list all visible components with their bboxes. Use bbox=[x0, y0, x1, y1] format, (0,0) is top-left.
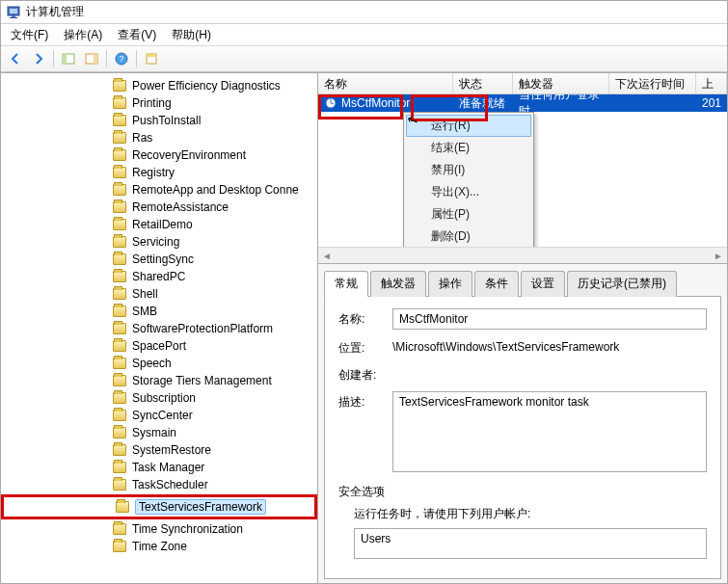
toolbar: ? bbox=[1, 45, 727, 72]
tree-item[interactable]: SettingSync bbox=[1, 251, 317, 268]
folder-icon bbox=[113, 219, 126, 230]
tree-item[interactable]: Servicing bbox=[1, 233, 317, 251]
col-next-run[interactable]: 下次运行时间 bbox=[609, 73, 696, 93]
tab-conditions[interactable]: 条件 bbox=[474, 271, 519, 297]
task-status: 准备就绪 bbox=[453, 95, 513, 112]
menu-help[interactable]: 帮助(H) bbox=[164, 25, 219, 45]
folder-icon bbox=[113, 479, 126, 491]
col-status[interactable]: 状态 bbox=[453, 73, 513, 93]
tree-item-label: Task Manager bbox=[132, 461, 204, 474]
menu-file[interactable]: 文件(F) bbox=[3, 25, 56, 45]
tree-item[interactable]: Shell bbox=[1, 285, 317, 303]
tree-item[interactable]: SpacePort bbox=[1, 337, 317, 355]
scroll-right-icon[interactable]: ► bbox=[713, 251, 724, 261]
scroll-left-icon[interactable]: ◄ bbox=[321, 251, 333, 261]
tree-item-label: RetailDemo bbox=[132, 218, 193, 231]
tabs: 常规 触发器 操作 条件 设置 历史记录(已禁用) bbox=[324, 270, 721, 297]
folder-icon bbox=[113, 462, 126, 473]
forward-button[interactable] bbox=[28, 48, 49, 69]
tab-settings[interactable]: 设置 bbox=[521, 271, 565, 297]
folder-icon bbox=[113, 115, 126, 126]
ctx-delete[interactable]: 删除(D) bbox=[406, 226, 531, 247]
tree-item-label: SharedPC bbox=[132, 270, 185, 283]
tree-item[interactable]: Ras bbox=[1, 129, 317, 146]
tree-item[interactable]: SyncCenter bbox=[1, 407, 317, 424]
menu-bar: 文件(F) 操作(A) 查看(V) 帮助(H) bbox=[1, 24, 727, 45]
properties-panel: 常规 触发器 操作 条件 设置 历史记录(已禁用) 名称: 位置: \Micro… bbox=[318, 264, 727, 583]
tree-item[interactable]: Task Manager bbox=[1, 459, 317, 476]
tab-general[interactable]: 常规 bbox=[324, 271, 368, 297]
tree-item[interactable]: TextServicesFramework bbox=[4, 498, 314, 516]
task-icon bbox=[324, 96, 337, 110]
tree-item-label: Subscription bbox=[132, 391, 196, 405]
tree-item[interactable]: Printing bbox=[1, 94, 317, 112]
tree-item-label: RemoteAssistance bbox=[132, 200, 229, 214]
ctx-export[interactable]: 导出(X)... bbox=[406, 181, 531, 203]
tree-item[interactable]: Subscription bbox=[1, 389, 317, 407]
tree-item[interactable]: Speech bbox=[1, 355, 317, 372]
col-triggers[interactable]: 触发器 bbox=[513, 73, 609, 93]
folder-icon bbox=[113, 541, 126, 552]
field-name[interactable] bbox=[392, 308, 707, 330]
help-button[interactable]: ? bbox=[111, 48, 132, 69]
tree-item[interactable]: SoftwareProtectionPlatform bbox=[1, 320, 317, 337]
tree-item[interactable]: Sysmain bbox=[1, 424, 317, 441]
menu-view[interactable]: 查看(V) bbox=[110, 25, 164, 45]
tree-item[interactable]: SMB bbox=[1, 303, 317, 320]
tree-item[interactable]: SystemRestore bbox=[1, 441, 317, 459]
tree-item[interactable]: SharedPC bbox=[1, 268, 317, 285]
tree-item[interactable]: RemoteApp and Desktop Conne bbox=[1, 181, 317, 199]
tree-item[interactable]: Registry bbox=[1, 164, 317, 181]
ctx-disable[interactable]: 禁用(I) bbox=[406, 159, 531, 181]
tab-triggers[interactable]: 触发器 bbox=[370, 271, 426, 297]
folder-icon bbox=[113, 80, 126, 92]
col-last-run[interactable]: 上次 bbox=[696, 73, 727, 93]
tree-item[interactable]: RetailDemo bbox=[1, 216, 317, 233]
folder-icon bbox=[116, 501, 129, 513]
window-title: 计算机管理 bbox=[26, 4, 84, 20]
show-hide-actions-button[interactable] bbox=[81, 48, 102, 69]
tree-item-label: SettingSync bbox=[132, 252, 194, 266]
tree-item-label: SyncCenter bbox=[132, 409, 193, 422]
tree-item-label: Time Synchronization bbox=[132, 522, 243, 536]
tree-item[interactable]: Time Zone bbox=[1, 538, 317, 555]
tree-item-label: Storage Tiers Management bbox=[132, 374, 272, 387]
field-desc[interactable] bbox=[392, 391, 707, 472]
folder-icon bbox=[113, 444, 126, 456]
user-listbox[interactable]: Users bbox=[354, 528, 707, 559]
folder-icon bbox=[113, 253, 126, 265]
ctx-run[interactable]: 运行(R) bbox=[406, 115, 531, 137]
tree-item[interactable]: Power Efficiency Diagnostics bbox=[1, 77, 317, 94]
tree-item[interactable]: RemoteAssistance bbox=[1, 199, 317, 216]
menu-action[interactable]: 操作(A) bbox=[56, 25, 110, 45]
folder-icon bbox=[113, 271, 126, 282]
tree-item-label: SoftwareProtectionPlatform bbox=[132, 322, 273, 335]
back-button[interactable] bbox=[5, 48, 26, 69]
tab-actions[interactable]: 操作 bbox=[428, 271, 472, 297]
svg-rect-7 bbox=[94, 54, 97, 64]
tree-item[interactable]: RecoveryEnvironment bbox=[1, 146, 317, 164]
tree-item[interactable]: TaskScheduler bbox=[1, 476, 317, 493]
security-hint: 运行任务时，请使用下列用户帐户: bbox=[338, 506, 707, 522]
tree-pane[interactable]: Power Efficiency DiagnosticsPrintingPush… bbox=[1, 73, 318, 583]
tree-item-label: Printing bbox=[132, 96, 172, 110]
title-bar: 计算机管理 bbox=[1, 1, 727, 24]
ctx-end[interactable]: 结束(E) bbox=[406, 137, 531, 159]
label-location: 位置: bbox=[338, 337, 392, 357]
tree-item[interactable]: Time Synchronization bbox=[1, 520, 317, 538]
toolbar-separator bbox=[136, 50, 137, 67]
task-row[interactable]: MsCtfMonitor 准备就绪 当任何用户登录时 201 bbox=[318, 94, 727, 112]
svg-rect-11 bbox=[147, 54, 156, 57]
svg-text:?: ? bbox=[119, 54, 123, 64]
tree-item[interactable]: Storage Tiers Management bbox=[1, 372, 317, 389]
tree-item[interactable]: PushToInstall bbox=[1, 112, 317, 129]
tab-history[interactable]: 历史记录(已禁用) bbox=[567, 271, 677, 297]
horizontal-scrollbar[interactable]: ◄ ► bbox=[318, 247, 727, 263]
col-name[interactable]: 名称 bbox=[318, 73, 453, 93]
field-location: \Microsoft\Windows\TextServicesFramework bbox=[392, 337, 707, 357]
refresh-button[interactable] bbox=[141, 48, 162, 69]
folder-icon bbox=[113, 375, 126, 386]
show-hide-tree-button[interactable] bbox=[58, 48, 79, 69]
ctx-properties[interactable]: 属性(P) bbox=[406, 203, 531, 226]
tree-item-label: Registry bbox=[132, 166, 175, 179]
